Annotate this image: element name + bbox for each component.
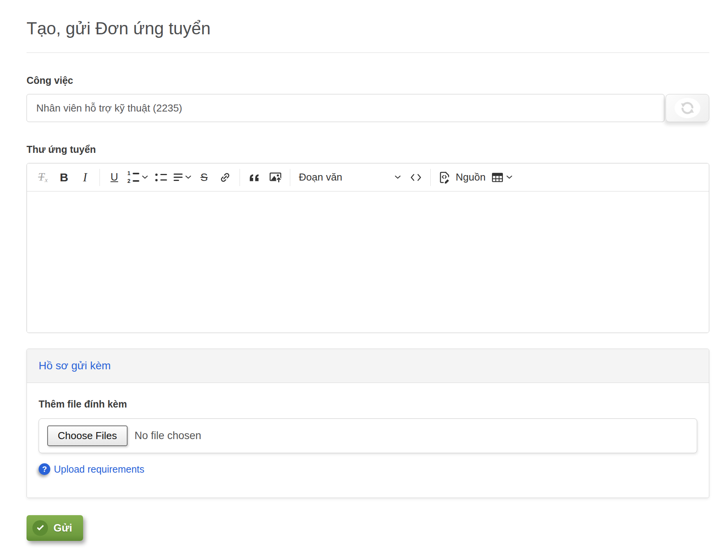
- numbered-list-icon: 1 2: [127, 171, 139, 183]
- paragraph-style-dropdown[interactable]: Đoạn văn: [294, 168, 405, 187]
- bulleted-list-button[interactable]: [151, 168, 170, 187]
- help-icon[interactable]: ?: [39, 463, 50, 475]
- strikethrough-icon: S: [201, 172, 208, 183]
- rich-text-editor: Tx B I U 1 2: [27, 163, 709, 333]
- job-input-group: [27, 94, 709, 122]
- strikethrough-button[interactable]: S: [194, 168, 214, 187]
- chevron-down-icon: [142, 175, 148, 179]
- numbered-list-button[interactable]: 1 2: [126, 168, 149, 187]
- upload-requirements-row: ? Upload requirements: [39, 463, 697, 475]
- submit-button[interactable]: Gửi: [27, 515, 83, 541]
- underline-button[interactable]: U: [105, 168, 124, 187]
- block-quote-icon: [248, 172, 261, 183]
- insert-image-icon: [269, 171, 282, 184]
- checkmark-icon: [32, 520, 48, 536]
- paragraph-style-value: Đoạn văn: [299, 171, 342, 183]
- text-alignment-icon: [174, 174, 183, 181]
- refresh-button[interactable]: [666, 94, 709, 122]
- insert-image-button[interactable]: [266, 168, 285, 187]
- toolbar-separator: [430, 169, 431, 186]
- remove-format-button[interactable]: Tx: [33, 168, 53, 187]
- bulleted-list-icon: [155, 174, 167, 181]
- italic-icon: I: [83, 171, 87, 183]
- source-editing-label: Nguồn: [456, 171, 486, 183]
- add-file-label: Thêm file đính kèm: [39, 399, 697, 410]
- code-icon: [410, 173, 421, 182]
- source-editing-button[interactable]: Nguồn: [435, 168, 489, 187]
- chevron-down-icon: [185, 175, 191, 179]
- chevron-down-icon: [506, 175, 512, 179]
- attachments-panel: Hồ sơ gửi kèm Thêm file đính kèm Choose …: [27, 349, 709, 498]
- letter-label: Thư ứng tuyển: [27, 144, 709, 155]
- job-label: Công việc: [27, 75, 709, 86]
- editor-toolbar: Tx B I U 1 2: [27, 163, 709, 191]
- bold-button[interactable]: B: [54, 168, 74, 187]
- choose-files-button[interactable]: Choose Files: [47, 425, 128, 446]
- file-input-wrapper: Choose Files No file chosen: [39, 418, 697, 453]
- title-divider: [27, 52, 709, 53]
- toolbar-separator: [290, 169, 290, 186]
- file-chosen-status: No file chosen: [135, 430, 201, 442]
- link-button[interactable]: [215, 168, 235, 187]
- bold-icon: B: [60, 172, 68, 183]
- application-form: Tạo, gửi Đơn ứng tuyển Công việc Thư ứng…: [27, 0, 709, 541]
- remove-format-icon: Tx: [38, 171, 48, 183]
- page-title: Tạo, gửi Đơn ứng tuyển: [27, 0, 709, 38]
- chevron-down-icon: [395, 175, 401, 179]
- insert-table-button[interactable]: [490, 168, 514, 187]
- italic-button[interactable]: I: [75, 168, 95, 187]
- insert-table-icon: [491, 172, 504, 183]
- source-editing-icon: [438, 171, 451, 184]
- underline-icon: U: [110, 172, 118, 183]
- attachments-panel-header: Hồ sơ gửi kèm: [27, 349, 709, 383]
- toolbar-separator: [99, 169, 100, 186]
- attachments-panel-body: Thêm file đính kèm Choose Files No file …: [27, 399, 709, 498]
- link-icon: [219, 172, 231, 183]
- editor-content[interactable]: [27, 191, 709, 333]
- attachments-panel-title-link[interactable]: Hồ sơ gửi kèm: [39, 360, 111, 372]
- refresh-icon: [675, 98, 700, 118]
- submit-button-label: Gửi: [53, 522, 72, 534]
- text-alignment-button[interactable]: [172, 168, 193, 187]
- upload-requirements-link[interactable]: Upload requirements: [54, 464, 144, 475]
- block-quote-button[interactable]: [245, 168, 264, 187]
- toolbar-separator: [240, 169, 240, 186]
- job-input[interactable]: [27, 94, 664, 122]
- code-button[interactable]: [406, 168, 426, 187]
